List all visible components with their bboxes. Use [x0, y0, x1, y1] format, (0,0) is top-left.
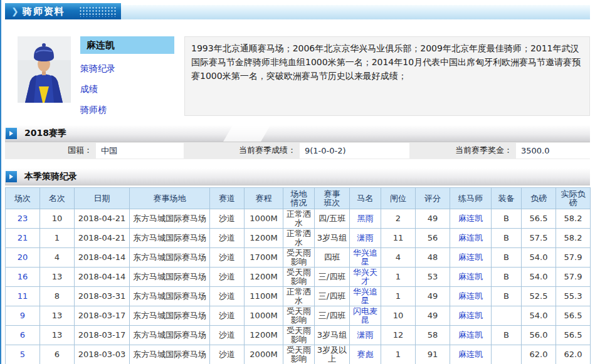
season-prize-value: 3500.0 [516, 143, 590, 159]
cell-trainer: 麻连凯 [450, 248, 492, 268]
cell-weight: 54.0 [522, 306, 556, 326]
profile-link-1[interactable]: 成绩 [80, 84, 174, 95]
cell-ground: 正常洒水 [283, 209, 315, 229]
col-header-gate: 闸位 [381, 188, 416, 209]
cell-track: 沙道 [210, 326, 245, 345]
race-no-link[interactable]: 9 [20, 311, 25, 320]
cell-date: 2018-03-17 [75, 326, 130, 345]
race-no-link[interactable]: 21 [18, 233, 28, 242]
cell-class: 三/四班 [315, 306, 350, 326]
horse-link[interactable]: 华兴追星 [353, 287, 377, 305]
cell-rating: 56 [416, 229, 450, 248]
cell-actual-weight: 56.5 [556, 326, 591, 345]
cell-weight: 54.0 [522, 248, 556, 268]
horse-link[interactable]: 潇雨 [357, 233, 374, 242]
cell-actual-weight: 56.5 [556, 306, 591, 326]
cell-weight: 52.5 [522, 287, 556, 306]
col-header-actual-weight: 实际负磅 [556, 188, 591, 209]
horse-link[interactable]: 华兴天才 [353, 268, 377, 286]
cell-ground: 正常洒水 [283, 287, 315, 306]
cell-position: 8 [40, 287, 75, 306]
trainer-link[interactable]: 麻连凯 [458, 214, 483, 223]
trainer-link[interactable]: 麻连凯 [458, 291, 483, 301]
cell-actual-weight: 57.9 [556, 248, 591, 268]
race-no-link[interactable]: 6 [20, 330, 25, 340]
cell-rating: 49 [416, 209, 450, 229]
cell-trainer: 麻连凯 [450, 229, 492, 248]
cell-weight: 54.0 [522, 268, 556, 287]
cell-venue: 东方马城国际赛马场 [130, 229, 210, 248]
cell-position: 13 [40, 268, 75, 287]
cell-trainer: 麻连凯 [450, 268, 492, 287]
col-header-race-no: 场次 [6, 188, 40, 209]
race-no-link[interactable]: 11 [18, 291, 28, 301]
cell-track: 沙道 [210, 306, 245, 326]
col-header-class: 赛事 班次 [315, 188, 350, 209]
profile-link-2[interactable]: 骑师榜 [80, 105, 174, 116]
record-row: 16132018-04-14东方马城国际赛马场沙道1200M受天雨影响三/四班华… [6, 268, 591, 287]
race-no-link[interactable]: 20 [18, 252, 28, 262]
cell-distance: 2000M [245, 345, 283, 364]
cell-ground: 受天雨影响 [283, 326, 315, 345]
horse-link[interactable]: 赛彪 [357, 350, 374, 359]
cell-horse: 华兴追星 [350, 248, 381, 268]
trainer-link[interactable]: 麻连凯 [458, 272, 483, 281]
col-header-trainer: 练马师 [450, 188, 492, 209]
cell-trainer: 麻连凯 [450, 287, 492, 306]
trainer-link[interactable]: 麻连凯 [458, 311, 483, 320]
trainer-link[interactable]: 麻连凯 [458, 252, 483, 262]
cell-race-no: 5 [6, 345, 40, 364]
horse-link[interactable]: 潇雨 [357, 330, 374, 340]
cell-distance: 1200M [245, 229, 283, 248]
records-table: 场次名次日期赛事场地赛道赛程场地 情况赛事 班次马名闸位评分练马师装备负磅实际负… [5, 187, 591, 364]
jockey-photo [18, 36, 71, 103]
race-no-link[interactable]: 16 [18, 272, 28, 281]
profile-links: 策骑纪录成绩骑师榜 [80, 63, 174, 116]
cell-ground: 受天雨影响 [283, 248, 315, 268]
cell-weight: 57.5 [522, 229, 556, 248]
cell-weight: 62.0 [522, 345, 556, 364]
cell-gear [492, 306, 522, 326]
nationality-value: 中国 [96, 143, 184, 159]
cell-horse: 潇雨 [350, 326, 381, 345]
cell-position: 4 [40, 248, 75, 268]
cell-date: 2018-03-31 [75, 287, 130, 306]
cell-class: 3岁及以上 [315, 345, 350, 364]
horse-link[interactable]: 黑雨 [357, 214, 374, 223]
jockey-profile-section: 麻连凯 策骑纪录成绩骑师榜 1993年北京通顺赛马场；2006年北京京华兴马业俱… [5, 36, 590, 116]
cell-class: 四班 [315, 248, 350, 268]
cell-gear: B [492, 268, 522, 287]
cell-distance: 1100M [245, 287, 283, 306]
cell-horse: 赛彪 [350, 345, 381, 364]
cell-trainer: 麻连凯 [450, 345, 492, 364]
cell-gate: 1 [381, 268, 416, 287]
cell-rating: 48 [416, 248, 450, 268]
horse-link[interactable]: 闪电麦昆 [353, 306, 377, 325]
section-arrow-icon [6, 171, 17, 182]
race-no-link[interactable]: 23 [18, 214, 28, 223]
jockey-page: ❯ 骑师资料 麻连凯 策骑纪录成绩骑师榜 1993 [5, 0, 590, 364]
col-header-rating: 评分 [416, 188, 450, 209]
trainer-link[interactable]: 麻连凯 [458, 350, 483, 359]
cell-position: 1 [40, 229, 75, 248]
horse-link[interactable]: 华兴追星 [353, 248, 377, 266]
profile-link-0[interactable]: 策骑纪录 [80, 63, 174, 75]
record-row: 9132018-03-17东方马城国际赛马场沙道1000M受天雨影响三/四班闪电… [6, 306, 591, 326]
cell-gear: B [492, 326, 522, 345]
cell-ground: 正常洒水 [283, 229, 315, 248]
cell-venue: 东方马城国际赛马场 [130, 287, 210, 306]
page-title: 骑师资料 [23, 6, 65, 18]
header-gradient-strip [121, 5, 590, 19]
record-row: 1182018-03-31东方马城国际赛马场沙道1100M正常洒水三/四班华兴追… [6, 287, 591, 306]
trainer-link[interactable]: 麻连凯 [458, 233, 483, 242]
cell-gear: B [492, 209, 522, 229]
season-result-label: 当前赛季成绩： [184, 142, 300, 159]
trainer-link[interactable]: 麻连凯 [458, 330, 483, 340]
cell-track: 沙道 [210, 229, 245, 248]
cell-rating: 53 [416, 268, 450, 287]
riding-records-section: 本季策骑纪录 本赛季2017赛季2016赛季2015赛季2014赛季2013赛季… [5, 169, 590, 364]
cell-trainer: 麻连凯 [450, 326, 492, 345]
race-no-link[interactable]: 5 [20, 350, 25, 359]
cell-track: 沙道 [210, 248, 245, 268]
col-header-venue: 赛事场地 [130, 188, 210, 209]
